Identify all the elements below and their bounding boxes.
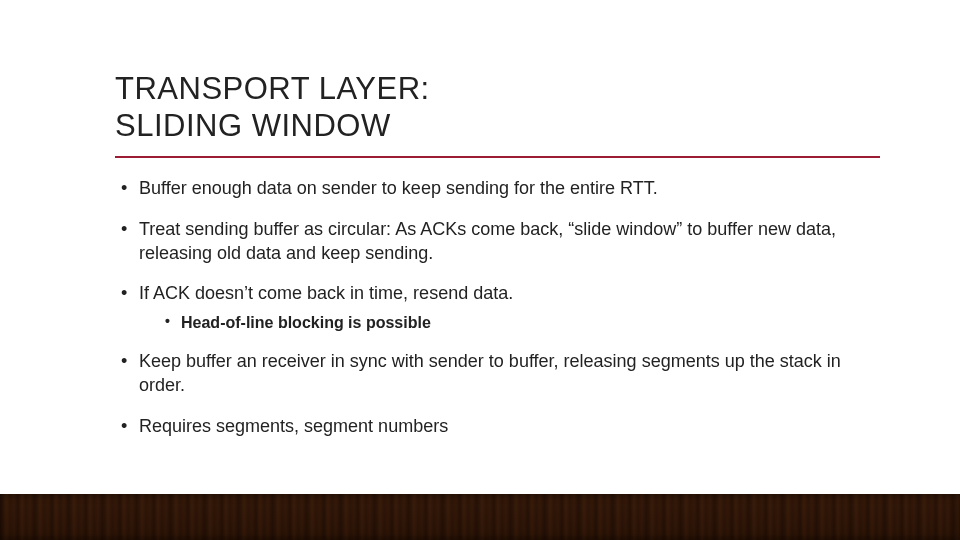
wood-floor-decoration	[0, 494, 960, 540]
content-area: TRANSPORT LAYER: SLIDING WINDOW Buffer e…	[115, 70, 880, 454]
bullet-list: Buffer enough data on sender to keep sen…	[115, 176, 880, 438]
bullet-item: Treat sending buffer as circular: As ACK…	[115, 217, 880, 266]
bullet-item: If ACK doesn’t come back in time, resend…	[115, 281, 880, 333]
sub-bullet-item: Head-of-line blocking is possible	[139, 312, 880, 334]
bullet-item: Requires segments, segment numbers	[115, 414, 880, 438]
sub-bullet-text: Head-of-line blocking is possible	[181, 314, 431, 331]
bullet-item: Buffer enough data on sender to keep sen…	[115, 176, 880, 200]
title-underline	[115, 156, 880, 158]
bullet-text: Requires segments, segment numbers	[139, 416, 448, 436]
bullet-text: Treat sending buffer as circular: As ACK…	[139, 219, 836, 263]
bullet-item: Keep buffer an receiver in sync with sen…	[115, 349, 880, 398]
slide-title: TRANSPORT LAYER: SLIDING WINDOW	[115, 70, 880, 144]
bullet-text: Buffer enough data on sender to keep sen…	[139, 178, 658, 198]
slide: TRANSPORT LAYER: SLIDING WINDOW Buffer e…	[0, 0, 960, 540]
sub-bullet-list: Head-of-line blocking is possible	[139, 312, 880, 334]
bullet-text: Keep buffer an receiver in sync with sen…	[139, 351, 841, 395]
bullet-text: If ACK doesn’t come back in time, resend…	[139, 283, 513, 303]
